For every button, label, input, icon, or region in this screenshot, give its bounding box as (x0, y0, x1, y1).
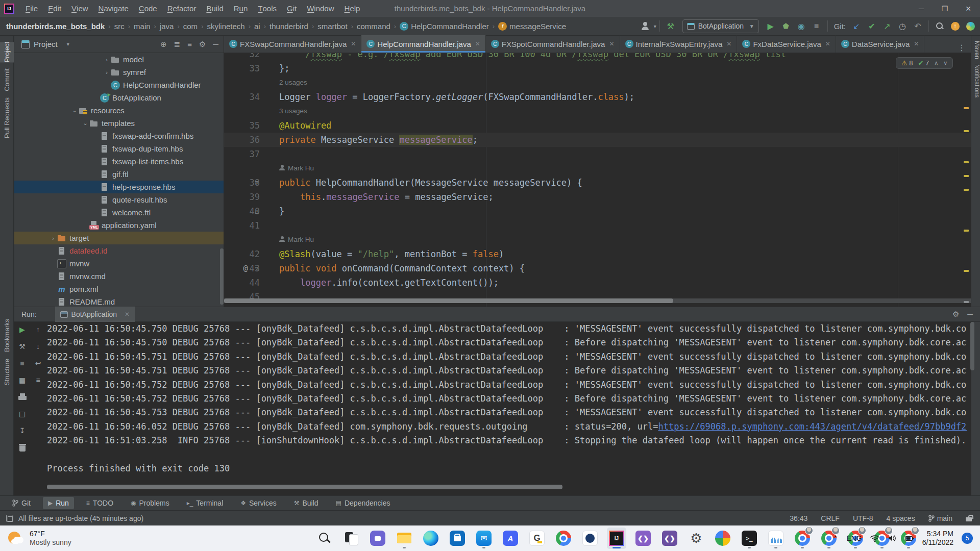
tree-item-pom-xml[interactable]: mpom.xml (14, 283, 224, 295)
menu-item-refactor[interactable]: Refactor (162, 0, 202, 17)
panel-settings-button[interactable]: ⚙ (199, 40, 206, 49)
tree-item-resources[interactable]: ⌄resources (14, 104, 224, 117)
tree-item-symref[interactable]: ›symref (14, 66, 224, 79)
console-vertical-scrollbar[interactable] (970, 322, 974, 370)
language-indicator[interactable]: ENG (846, 534, 862, 542)
stripe-item-maven[interactable]: Maven (971, 41, 980, 59)
expand-all-button[interactable]: ≣ (174, 40, 181, 49)
breadcrumb-item-thunderbird[interactable]: thunderbird (270, 22, 308, 31)
stop-button[interactable]: ■ (809, 19, 824, 33)
usages-hint[interactable]: 3 usages (279, 104, 307, 118)
code-line-32[interactable]: 32"/fxswap - e.g. /fxswap add EUR USD 30… (224, 53, 971, 61)
close-icon[interactable]: ✕ (914, 40, 919, 47)
tree-item-fxswap-add-confirm-hbs[interactable]: fxswap-add-confirm.hbs (14, 130, 224, 142)
code-line-42[interactable]: 42@Slash(value = "/help", mentionBot = f… (224, 247, 971, 261)
tree-chevron-icon[interactable]: › (103, 69, 111, 76)
tree-item-mvnw[interactable]: mvnw (14, 257, 224, 270)
tree-item-fxswap-list-items-hbs[interactable]: fxswap-list-items.hbs (14, 155, 224, 168)
maximize-button[interactable]: ❐ (933, 0, 957, 17)
battery-icon[interactable] (905, 534, 914, 542)
console-horizontal-scrollbar[interactable] (47, 485, 562, 489)
close-icon[interactable]: ✕ (726, 40, 731, 47)
scroll-to-end-button[interactable]: ↧ (17, 425, 28, 436)
stripe-warning-mark[interactable] (964, 130, 969, 132)
git-commit-button[interactable]: ✔ (864, 19, 879, 33)
wifi-icon[interactable] (870, 534, 879, 542)
run-with-coverage-button[interactable]: ◉ (794, 19, 809, 33)
tab-fxspotcommandhandler-java[interactable]: CFXSpotCommandHandler.java✕ (486, 35, 620, 53)
project-panel-title[interactable]: Project (34, 40, 58, 48)
menu-item-window[interactable]: Window (302, 0, 339, 17)
code-editor[interactable]: 32"/fxswap - e.g. /fxswap add EUR USD 30… (224, 53, 971, 307)
menu-item-tools[interactable]: Tools (253, 0, 282, 17)
stripe-warning-mark[interactable] (964, 107, 969, 109)
git-push-button[interactable]: ↗ (879, 19, 895, 33)
code-line-38[interactable]: 38▽public HelpCommandHandler(MessageServ… (224, 176, 971, 190)
tree-item-gif-ftl[interactable]: gif.ftl (14, 168, 224, 181)
history-button[interactable]: ◷ (895, 19, 910, 33)
down-stack-trace-button[interactable]: ↓ (33, 341, 44, 352)
indent-setting[interactable]: 4 spaces (887, 514, 915, 522)
tool-window-button-todo[interactable]: ≡TODO (81, 497, 118, 509)
tree-item-application-yaml[interactable]: application.yaml (14, 219, 224, 232)
console-link[interactable]: https://69068.p.symphony.com:443/agent/v… (658, 421, 967, 432)
start-button[interactable] (288, 528, 308, 549)
console-settings-button[interactable]: ▤ (17, 408, 28, 419)
close-icon[interactable]: ✕ (475, 40, 480, 47)
menu-item-help[interactable]: Help (339, 0, 365, 17)
breadcrumb-item-java[interactable]: java (160, 22, 174, 31)
close-icon[interactable]: ✕ (609, 40, 614, 47)
tree-item-mvnw-cmd[interactable]: mvnw.cmd (14, 270, 224, 283)
breadcrumb-item-smartbot[interactable]: smartbot (317, 22, 347, 31)
hide-run-panel-button[interactable]: ─ (967, 310, 973, 319)
chrome-profile-1-button[interactable] (793, 528, 812, 549)
code-with-me-button[interactable] (963, 19, 978, 33)
menu-item-navigate[interactable]: Navigate (93, 0, 134, 17)
breadcrumb-item-command[interactable]: command (357, 22, 390, 31)
breadcrumb-item-helpcommandhandler[interactable]: CHelpCommandHandler (400, 22, 489, 31)
tool-window-button-build[interactable]: ⚒Build (289, 497, 324, 509)
git-branch[interactable]: main (928, 514, 952, 522)
breadcrumb-item-ai[interactable]: ai (254, 22, 260, 31)
tab-internalfxswapentry-java[interactable]: CInternalFxSwapEntry.java✕ (620, 35, 738, 53)
run-console-output[interactable]: 2022-06-11 16:50:45.750 DEBUG 25768 --- … (47, 322, 967, 483)
print-button[interactable] (17, 391, 28, 403)
google-button[interactable]: G (527, 528, 547, 549)
up-stack-trace-button[interactable]: ↑ (33, 324, 44, 335)
usages-hint[interactable]: 2 usages (279, 76, 307, 90)
breadcrumb-item-main[interactable]: main (134, 22, 151, 31)
stop-process-button[interactable]: ■ (17, 358, 28, 369)
stripe-warning-mark[interactable] (964, 301, 969, 303)
line-ending[interactable]: CRLF (821, 514, 840, 522)
chrome-button[interactable] (554, 528, 573, 549)
tab-helpcommandhandler-java[interactable]: CHelpCommandHandler.java✕ (361, 35, 486, 53)
editor-horizontal-scrollbar[interactable] (224, 298, 971, 303)
tab-fxdataserviice-java[interactable]: CFxDataServiice.java✕ (737, 35, 836, 53)
code-line-41[interactable]: 41 (224, 218, 971, 233)
soft-wrap-button[interactable]: ↩ (33, 358, 44, 369)
clear-console-button[interactable] (17, 442, 28, 453)
collapse-all-button[interactable]: ≡ (187, 40, 192, 48)
tab-overflow-button[interactable]: ⋮ (952, 43, 971, 53)
tree-item-templates[interactable]: ⌄templates (14, 117, 224, 130)
breadcrumb-item-com[interactable]: com (183, 22, 198, 31)
stripe-warning-mark[interactable] (964, 161, 969, 163)
teams-chat-button[interactable] (368, 528, 387, 549)
tree-item-fxswap-dup-item-hbs[interactable]: fxswap-dup-item.hbs (14, 142, 224, 155)
profile-button[interactable]: ▾ (641, 19, 656, 33)
task-manager-button[interactable] (766, 528, 786, 549)
tree-item-botapplication[interactable]: CBotApplication (14, 91, 224, 104)
fold-marker-icon[interactable]: ▽ (253, 261, 261, 276)
microsoft-store-button[interactable] (448, 528, 467, 549)
notification-badge[interactable]: 5 (962, 533, 973, 544)
code-line-34[interactable]: 34Logger logger = LoggerFactory.getLogge… (224, 90, 971, 104)
close-icon[interactable]: ✕ (351, 40, 356, 47)
tree-item-quote-result-hbs[interactable]: quote-result.hbs (14, 193, 224, 206)
file-explorer-button[interactable] (395, 528, 414, 549)
mail-button[interactable]: ✉ (474, 528, 494, 549)
code-line-40[interactable]: 40△} (224, 204, 971, 218)
close-icon[interactable]: ✕ (125, 311, 130, 318)
tool-window-button-services[interactable]: ❖Services (235, 497, 281, 509)
tree-chevron-icon[interactable]: › (49, 235, 57, 241)
breadcrumb-item-skylinetech[interactable]: skylinetech (207, 22, 244, 31)
